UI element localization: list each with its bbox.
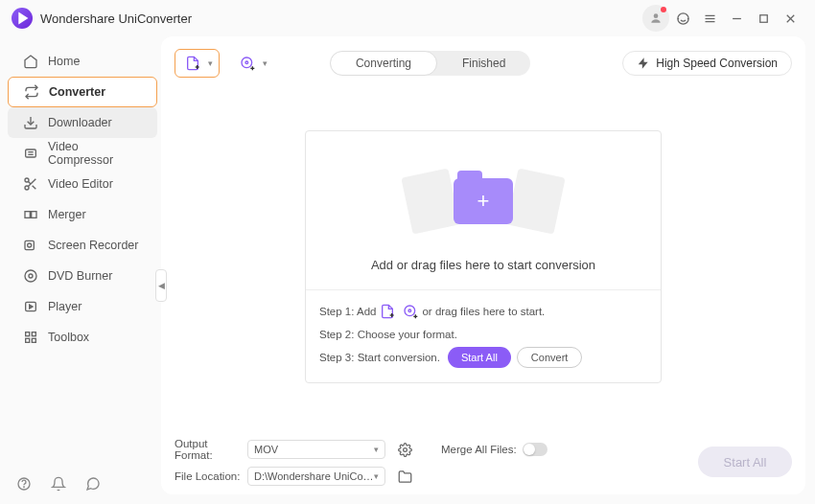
add-dvd-icon[interactable]	[402, 303, 419, 320]
play-icon	[23, 299, 38, 314]
svg-point-22	[25, 270, 36, 282]
start-all-button[interactable]: Start All	[448, 347, 511, 368]
svg-rect-20	[25, 241, 34, 249]
sidebar-item-label: Merger	[48, 208, 86, 221]
add-dvd-button[interactable]: ▾	[229, 49, 274, 78]
folder-plus-icon: +	[454, 178, 513, 224]
svg-point-41	[408, 309, 411, 312]
menu-button[interactable]	[696, 5, 723, 32]
profile-button[interactable]	[642, 5, 669, 32]
sidebar-item-dvd[interactable]: DVD Burner	[8, 261, 157, 291]
sidebar-item-label: Video Editor	[48, 177, 113, 191]
open-folder-button[interactable]	[395, 467, 414, 486]
tab-finished[interactable]: Finished	[437, 51, 530, 76]
merge-icon	[23, 207, 38, 222]
sidebar-item-compressor[interactable]: Video Compressor	[8, 138, 157, 169]
sidebar-item-editor[interactable]: Video Editor	[8, 169, 157, 199]
main-panel: ▾ ▾ Converting Finished High Speed Conve…	[161, 36, 805, 494]
svg-rect-26	[26, 332, 30, 336]
dropzone[interactable]: + Add or drag files here to start conver…	[305, 130, 662, 383]
svg-rect-6	[759, 14, 767, 22]
support-button[interactable]	[669, 5, 696, 32]
notification-dot-icon	[661, 7, 666, 12]
high-speed-label: High Speed Conversion	[656, 57, 778, 70]
recorder-icon	[23, 238, 38, 253]
settings-button[interactable]	[395, 440, 414, 459]
add-file-icon	[184, 55, 201, 72]
sidebar-item-label: DVD Burner	[48, 269, 112, 283]
chevron-down-icon: ▾	[263, 58, 268, 68]
file-location-label: File Location:	[175, 470, 244, 482]
toolbar: ▾ ▾ Converting Finished High Speed Conve…	[175, 46, 792, 80]
sidebar-item-label: Downloader	[48, 116, 112, 129]
start-all-main-button[interactable]: Start All	[698, 447, 792, 477]
sidebar-item-label: Player	[48, 300, 82, 313]
svg-rect-27	[32, 332, 35, 336]
help-button[interactable]	[15, 475, 33, 493]
sidebar-collapse-handle[interactable]: ◀	[155, 269, 167, 302]
step-1: Step 1: Add or drag files here to start.	[319, 300, 647, 323]
high-speed-button[interactable]: High Speed Conversion	[622, 51, 792, 76]
add-dvd-icon	[239, 55, 256, 72]
file-location-select[interactable]: D:\Wondershare UniConverter▾	[247, 467, 385, 486]
maximize-button[interactable]	[750, 5, 777, 32]
chevron-down-icon: ▾	[208, 58, 213, 68]
add-file-icon[interactable]	[379, 303, 396, 320]
svg-point-44	[403, 447, 407, 451]
footer: Output Format: MOV▾ Merge All Files: Fil…	[175, 433, 792, 485]
svg-line-17	[28, 181, 31, 184]
tabs: Converting Finished	[330, 51, 530, 76]
disc-icon	[23, 268, 38, 284]
close-button[interactable]	[777, 5, 803, 32]
svg-rect-28	[26, 338, 30, 342]
step-2: Step 2: Choose your format.	[319, 323, 647, 346]
sidebar-item-toolbox[interactable]: Toolbox	[8, 322, 157, 353]
sidebar-item-player[interactable]: Player	[8, 291, 157, 322]
convert-button[interactable]: Convert	[517, 347, 583, 368]
svg-rect-18	[25, 212, 30, 218]
svg-point-21	[28, 243, 32, 247]
svg-marker-25	[30, 305, 33, 309]
scissors-icon	[23, 176, 38, 192]
tab-converting[interactable]: Converting	[330, 51, 437, 76]
sidebar-item-home[interactable]: Home	[8, 46, 157, 77]
svg-point-14	[25, 186, 29, 190]
step-3: Step 3: Start conversion. Start All Conv…	[319, 346, 647, 369]
sidebar-item-label: Home	[48, 55, 80, 68]
notifications-button[interactable]	[50, 475, 67, 493]
sidebar-item-downloader[interactable]: Downloader	[8, 107, 157, 138]
sidebar-item-label: Screen Recorder	[48, 239, 139, 252]
output-format-label: Output Format:	[175, 438, 244, 461]
svg-rect-19	[32, 212, 36, 218]
merge-toggle[interactable]	[523, 443, 547, 456]
svg-point-31	[24, 487, 25, 488]
chevron-down-icon: ▾	[374, 471, 379, 481]
svg-point-23	[29, 274, 33, 278]
feedback-button[interactable]	[84, 475, 102, 493]
sidebar-item-converter[interactable]: Converter	[8, 77, 157, 107]
sidebar-item-merger[interactable]: Merger	[8, 199, 157, 230]
svg-point-40	[405, 306, 415, 316]
grid-icon	[23, 330, 38, 345]
svg-point-13	[25, 178, 29, 182]
sidebar-item-label: Toolbox	[48, 331, 89, 344]
svg-rect-29	[32, 338, 35, 342]
lightning-icon	[637, 57, 650, 70]
svg-point-0	[654, 13, 659, 18]
add-file-button[interactable]: ▾	[175, 49, 220, 78]
svg-rect-10	[26, 149, 36, 157]
sidebar-item-recorder[interactable]: Screen Recorder	[8, 230, 157, 261]
svg-point-34	[242, 57, 252, 68]
minimize-button[interactable]	[723, 5, 750, 32]
dropzone-headline: Add or drag files here to start conversi…	[319, 258, 647, 272]
output-format-select[interactable]: MOV▾	[247, 440, 385, 459]
sidebar: Home Converter Downloader Video Compress…	[0, 36, 161, 504]
sidebar-item-label: Converter	[49, 85, 105, 99]
converter-icon	[24, 84, 39, 100]
compress-icon	[23, 146, 38, 161]
svg-point-1	[677, 12, 687, 23]
merge-label: Merge All Files:	[441, 444, 517, 455]
svg-point-35	[245, 61, 248, 64]
app-logo-icon	[12, 8, 33, 29]
app-title: Wondershare UniConverter	[40, 11, 192, 26]
